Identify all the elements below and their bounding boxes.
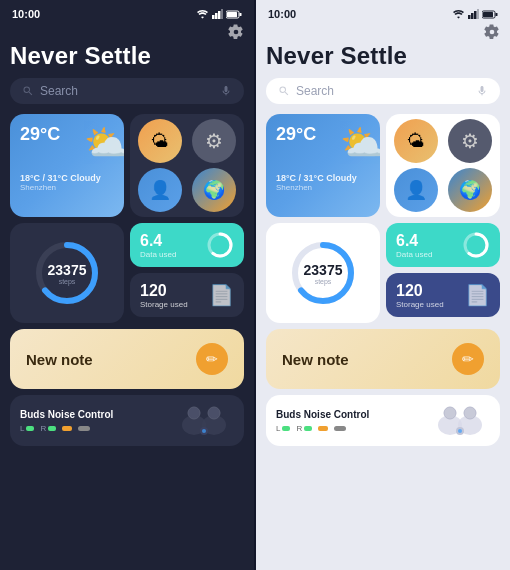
weather-widget-dark: 29°C ⛅ 18°C / 31°C Cloudy Shenzhen: [10, 114, 124, 217]
status-icons-light: [452, 9, 498, 19]
signal-icon: [212, 9, 223, 19]
storage-number-light: 120: [396, 282, 444, 300]
storage-label-dark: Storage used: [140, 300, 188, 309]
mic-icon-dark: [220, 85, 232, 97]
gear-button-light[interactable]: [266, 24, 500, 40]
weather-city-dark: Shenzhen: [20, 183, 114, 192]
signal-icon-light: [468, 9, 479, 19]
bud-left-dark: L: [20, 424, 34, 433]
note-edit-button-dark[interactable]: ✏: [196, 343, 228, 375]
storage-label-light: Storage used: [396, 300, 444, 309]
bud-left-label: L: [20, 424, 24, 433]
note-edit-button-light[interactable]: ✏: [452, 343, 484, 375]
bud-left-light: L: [276, 424, 290, 433]
weather-cloud-icon: ⛅: [84, 122, 124, 164]
bud-left-label-light: L: [276, 424, 280, 433]
search-bar-light[interactable]: Search: [266, 78, 500, 104]
weather-cloud-icon-light: ⛅: [340, 122, 380, 164]
svg-rect-0: [212, 15, 215, 19]
app-person-icon-dark[interactable]: 👤: [138, 168, 182, 212]
status-bar-dark: 10:00: [10, 8, 244, 20]
data-widget-light: 6.4 Data used: [386, 223, 500, 267]
svg-rect-23: [496, 13, 498, 16]
data-info-light: 6.4 Data used: [396, 232, 432, 259]
bud-case-dark: [62, 426, 72, 431]
app-person-icon-light[interactable]: 👤: [394, 168, 438, 212]
buds-info-light: Buds Noise Control L R: [276, 409, 369, 433]
app-title-light: Never Settle: [266, 42, 500, 70]
weather-info-light: 18°C / 31°C Cloudy Shenzhen: [276, 173, 370, 192]
steps-center-dark: 23375 steps: [48, 262, 87, 285]
apps-widget-light: 🌤 ⚙ 👤 🌍: [386, 114, 500, 217]
note-widget-light[interactable]: New note ✏: [266, 329, 500, 389]
apps-widget-dark: 🌤 ⚙ 👤 🌍: [130, 114, 244, 217]
status-time-dark: 10:00: [12, 8, 40, 20]
search-bar-dark[interactable]: Search: [10, 78, 244, 104]
app-earth-icon-dark[interactable]: 🌍: [192, 168, 236, 212]
data-number-light: 6.4: [396, 232, 432, 250]
steps-number-dark: 23375: [48, 262, 87, 278]
steps-label-dark: steps: [48, 278, 87, 285]
search-placeholder-light: Search: [296, 84, 470, 98]
bud-right-dot-light: [304, 426, 312, 431]
note-widget-dark[interactable]: New note ✏: [10, 329, 244, 389]
data-widget-dark: 6.4 Data used: [130, 223, 244, 267]
bud-right-label: R: [40, 424, 46, 433]
svg-rect-22: [483, 12, 493, 17]
svg-rect-18: [471, 13, 474, 19]
note-text-light: New note: [282, 351, 349, 368]
status-icons-dark: [196, 9, 242, 19]
weather-range-light: 18°C / 31°C Cloudy: [276, 173, 370, 183]
note-text-dark: New note: [26, 351, 93, 368]
svg-point-14: [208, 407, 220, 419]
gear-button-dark[interactable]: [10, 24, 244, 40]
weather-info-dark: 18°C / 31°C Cloudy Shenzhen: [20, 173, 114, 192]
bud-left-dot-light: [282, 426, 290, 431]
app-cloud-icon-dark[interactable]: 🌤: [138, 119, 182, 163]
storage-number-dark: 120: [140, 282, 188, 300]
bud-right-label-light: R: [296, 424, 302, 433]
svg-point-16: [202, 429, 206, 433]
bud-case-dot-light: [318, 426, 328, 431]
search-placeholder-dark: Search: [40, 84, 214, 98]
data-info-dark: 6.4 Data used: [140, 232, 176, 259]
data-chart-icon: [206, 231, 234, 259]
top-widgets-light: 29°C ⛅ 18°C / 31°C Cloudy Shenzhen 🌤 ⚙ 👤…: [266, 114, 500, 217]
status-time-light: 10:00: [268, 8, 296, 20]
buds-info-dark: Buds Noise Control L R: [20, 409, 113, 433]
phone-dark: 10:00 Never Settle Search 29°C ⛅: [0, 0, 254, 570]
gear-icon-dark: [228, 24, 244, 40]
buds-indicators-dark: L R: [20, 424, 113, 433]
storage-icon-light: 📄: [465, 283, 490, 307]
bud-left-dot: [26, 426, 34, 431]
buds-widget-dark: Buds Noise Control L R: [10, 395, 244, 446]
buds-widget-light: Buds Noise Control L R: [266, 395, 500, 446]
weather-widget-light: 29°C ⛅ 18°C / 31°C Cloudy Shenzhen: [266, 114, 380, 217]
bud-mode-dark: [78, 426, 90, 431]
bud-right-dot: [48, 426, 56, 431]
phone-light: 10:00 Never Settle Search 29°C ⛅: [256, 0, 510, 570]
svg-point-33: [458, 429, 462, 433]
storage-widget-light: 120 Storage used 📄: [386, 273, 500, 317]
bud-mode-dot: [78, 426, 90, 431]
svg-point-13: [188, 407, 200, 419]
svg-rect-1: [215, 13, 218, 19]
svg-rect-19: [474, 11, 477, 19]
steps-center-light: 23375 steps: [304, 262, 343, 285]
top-widgets-dark: 29°C ⛅ 18°C / 31°C Cloudy Shenzhen 🌤 ⚙ 👤…: [10, 114, 244, 217]
app-earth-icon-light[interactable]: 🌍: [448, 168, 492, 212]
data-chart-icon-light: [462, 231, 490, 259]
app-gear-icon-dark[interactable]: ⚙: [192, 119, 236, 163]
app-gear-icon-light[interactable]: ⚙: [448, 119, 492, 163]
app-cloud-icon-light[interactable]: 🌤: [394, 119, 438, 163]
steps-ring-light: 23375 steps: [288, 238, 358, 308]
search-icon-dark: [22, 85, 34, 97]
svg-rect-2: [218, 11, 221, 19]
data-label-dark: Data used: [140, 250, 176, 259]
bud-mode-dot-light: [334, 426, 346, 431]
buds-visual-light: [430, 403, 490, 438]
storage-icon-dark: 📄: [209, 283, 234, 307]
steps-number-light: 23375: [304, 262, 343, 278]
data-label-light: Data used: [396, 250, 432, 259]
svg-rect-17: [468, 15, 471, 19]
